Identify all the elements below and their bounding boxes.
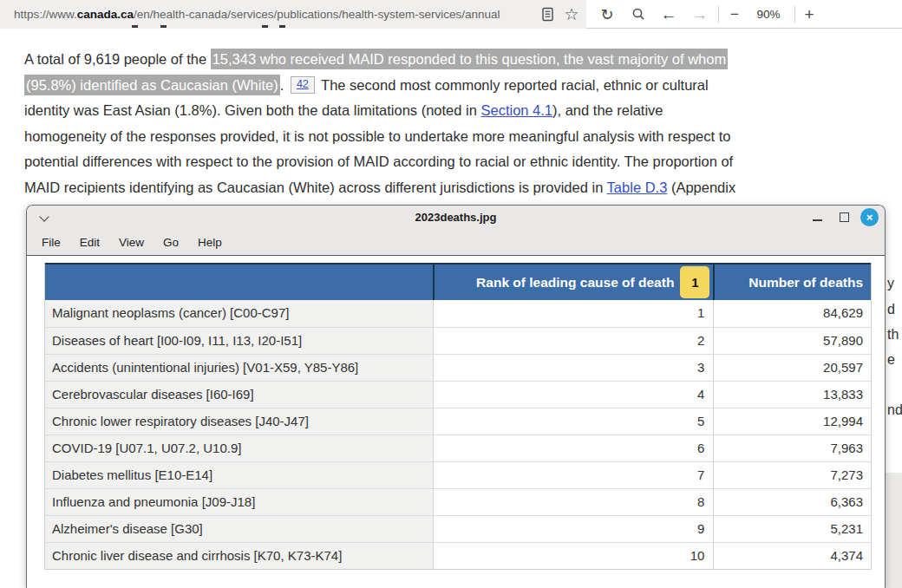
deaths-table: Rank of leading cause of death 1 Number … (44, 263, 872, 570)
cell-deaths: 6,363 (713, 489, 871, 515)
paragraph: A total of 9,619 people of the 15,343 wh… (24, 47, 902, 201)
paragraph-line: A total of 9,619 people of the 15,343 wh… (24, 47, 902, 73)
maximize-button[interactable] (840, 212, 849, 222)
cell-cause: Accidents (unintentional injuries) [V01-… (45, 355, 433, 381)
cell-deaths: 57,890 (713, 328, 871, 354)
reload-icon[interactable]: ↻ (596, 0, 618, 29)
menu-view[interactable]: View (113, 232, 150, 252)
header-label-deaths: Number of deaths (748, 275, 863, 291)
paragraph-text: potential differences with respect to th… (24, 154, 733, 169)
table-row: Influenza and pneumonia [J09-J18]86,363 (45, 488, 871, 515)
image-viewer-window: 2023deaths.jpg × FileEditViewGoHelp Rank… (26, 205, 886, 588)
header-cell-empty (45, 265, 433, 300)
clipped-text-mark (132, 25, 138, 28)
clipped-text-fragment: th (887, 327, 899, 343)
table-row: Chronic lower respiratory diseases [J40-… (45, 408, 871, 434)
paragraph-text: A total of 9,619 people of the (24, 51, 211, 67)
header-label-rank: Rank of leading cause of death (476, 275, 674, 291)
paragraph-line: MAID recipients identifying as Caucasian… (24, 175, 902, 201)
inline-link[interactable]: Section 4.1 (480, 102, 552, 118)
paragraph-text: . (280, 77, 288, 93)
cell-cause: Malignant neoplasms (cancer) [C00-C97] (45, 300, 433, 327)
back-icon[interactable]: ← (657, 0, 680, 29)
footnote-ref-42[interactable]: 42 (291, 76, 315, 94)
screen: https://www.canada.ca/en/health-canada/s… (0, 0, 902, 588)
page-gray-panel-fragment (886, 473, 902, 588)
cell-rank: 8 (433, 489, 713, 515)
cell-cause: Diseases of heart [I00-I09, I11, I13, I2… (45, 328, 433, 354)
url-path: /en/health-canada/services/publications/… (134, 8, 500, 21)
menu-help[interactable]: Help (192, 232, 228, 252)
table-row: Diseases of heart [I00-I09, I11, I13, I2… (45, 327, 871, 354)
clipped-text-mark (279, 25, 285, 28)
paragraph-text: homogeneity of the responses provided, i… (24, 128, 730, 144)
selected-text: 15,343 who received MAID responded to th… (211, 49, 728, 69)
cell-rank: 5 (433, 408, 713, 434)
url-text: https://www.canada.ca/en/health-canada/s… (0, 8, 500, 21)
cell-cause: Chronic liver disease and cirrhosis [K70… (45, 543, 433, 569)
cell-deaths: 7,273 (713, 462, 871, 488)
zoom-out-icon[interactable]: − (723, 0, 746, 29)
toolbar-separator (718, 6, 719, 23)
paragraph-text: MAID recipients identifying as Caucasian… (24, 180, 607, 195)
clipped-text-fragment: d (887, 302, 895, 317)
paragraph-text: The second most commonly reported racial… (317, 77, 709, 93)
paragraph-line: potential differences with respect to th… (24, 149, 902, 175)
header-cell-rank: Rank of leading cause of death 1 (433, 265, 713, 300)
cell-rank: 6 (433, 435, 713, 461)
cell-deaths: 4,374 (713, 543, 871, 569)
forward-icon: → (689, 0, 711, 29)
clipped-text-fragment: e (887, 352, 895, 368)
bookmark-star-icon[interactable]: ☆ (560, 0, 583, 29)
window-title: 2023deaths.jpg (27, 206, 885, 229)
cell-cause: Chronic lower respiratory diseases [J40-… (45, 408, 433, 434)
cell-deaths: 13,833 (713, 382, 871, 408)
address-bar[interactable]: https://www.canada.ca/en/health-canada/s… (0, 0, 586, 29)
toolbar-separator (794, 6, 795, 23)
table-row: Accidents (unintentional injuries) [V01-… (45, 354, 871, 381)
cell-deaths: 7,963 (713, 435, 871, 461)
paragraph-line: homogeneity of the responses provided, i… (24, 124, 902, 150)
close-button[interactable]: × (860, 208, 879, 226)
menu-edit[interactable]: Edit (74, 232, 106, 252)
window-titlebar[interactable]: 2023deaths.jpg × (27, 206, 885, 229)
cell-rank: 9 (433, 516, 713, 542)
cell-rank: 10 (433, 543, 713, 569)
cell-rank: 3 (433, 355, 713, 381)
cell-rank: 2 (433, 328, 713, 354)
clipped-text-fragment: y (887, 276, 894, 291)
paragraph-text: ), and the relative (552, 102, 663, 118)
inline-link[interactable]: Table D.3 (607, 180, 668, 195)
header-cell-deaths: Number of deaths (713, 265, 871, 300)
table-row: COVID-19 [U07.1, U07.2, U10.9]67,963 (45, 434, 871, 461)
deaths-table-body: Malignant neoplasms (cancer) [C00-C97]18… (45, 300, 871, 569)
window-menubar: FileEditViewGoHelp (27, 229, 885, 256)
cell-deaths: 12,994 (713, 408, 871, 434)
cell-cause: Influenza and pneumonia [J09-J18] (45, 489, 433, 515)
table-row: Alzheimer's disease [G30]95,231 (45, 515, 871, 542)
table-header-row: Rank of leading cause of death 1 Number … (45, 263, 871, 300)
clipped-text-fragment: nd (887, 402, 902, 418)
table-row: Malignant neoplasms (cancer) [C00-C97]18… (45, 300, 871, 327)
paragraph-text: (Appendix (667, 180, 735, 195)
cell-deaths: 20,597 (713, 355, 871, 381)
selected-text: (95.8%) identified as Caucasian (White) (24, 75, 280, 95)
cell-rank: 1 (433, 300, 713, 327)
paragraph-line: (95.8%) identified as Caucasian (White).… (24, 73, 902, 99)
paragraph-text: identity was East Asian (1.8%). Given bo… (24, 102, 480, 118)
reader-mode-icon[interactable] (536, 0, 559, 29)
cell-deaths: 84,629 (713, 300, 871, 327)
table-row: Diabetes mellitus [E10-E14]77,273 (45, 461, 871, 488)
cell-cause: COVID-19 [U07.1, U07.2, U10.9] (45, 435, 433, 461)
menu-go[interactable]: Go (157, 232, 185, 252)
zoom-in-icon[interactable]: + (798, 0, 820, 29)
search-icon[interactable] (627, 0, 650, 29)
viewer-image-area: Rank of leading cause of death 1 Number … (27, 256, 885, 588)
clipped-text-mark (160, 25, 167, 28)
cell-cause: Alzheimer's disease [G30] (45, 516, 433, 542)
paragraph-line: identity was East Asian (1.8%). Given bo… (24, 98, 902, 124)
zoom-level[interactable]: 90% (752, 0, 785, 29)
menu-file[interactable]: File (36, 232, 67, 252)
minimize-button[interactable] (813, 219, 822, 221)
table-row: Cerebrovascular diseases [I60-I69]413,83… (45, 381, 871, 408)
